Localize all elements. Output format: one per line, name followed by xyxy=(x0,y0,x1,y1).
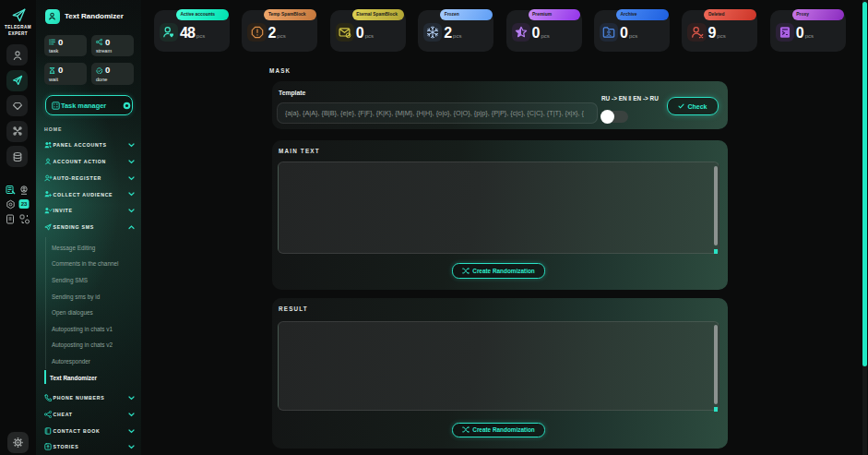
svg-text:23: 23 xyxy=(21,201,28,207)
